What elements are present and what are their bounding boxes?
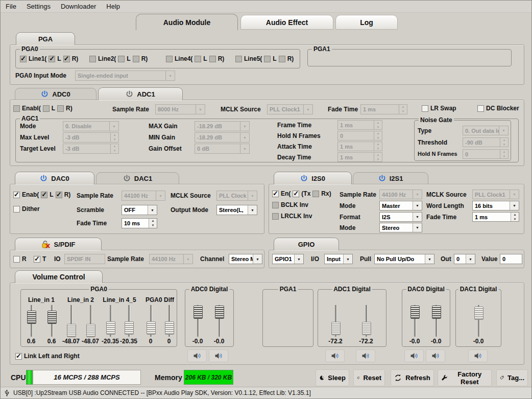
gpio-out-select[interactable]: 0▼ [454, 254, 475, 264]
i2s-tx-checkbox[interactable] [293, 191, 299, 197]
dac-enable-checkbox[interactable] [13, 192, 20, 198]
adc-left-checkbox[interactable] [43, 105, 50, 112]
volume-slider[interactable] [362, 305, 370, 337]
volume-slider[interactable] [215, 305, 223, 337]
output-mode-select[interactable]: Stereo(L,▼ [216, 205, 257, 215]
noise-gate-hold-spinner[interactable]: 0▲▼ [463, 149, 509, 159]
reset-button[interactable]: Reset [353, 369, 385, 386]
agc-max-level-spinner[interactable]: -3 dB▲▼ [63, 132, 119, 143]
mute-button[interactable] [325, 349, 345, 362]
slider-knob[interactable] [147, 321, 156, 335]
line1-right-checkbox[interactable] [63, 56, 70, 62]
slider-knob[interactable] [106, 321, 115, 335]
gpio-pin-select[interactable]: GPIO1▼ [272, 254, 304, 264]
word-length-select[interactable]: 16 bits▼ [472, 201, 519, 210]
spdif-tx-checkbox[interactable] [34, 256, 40, 263]
noise-gate-threshold-spinner[interactable]: -90 dB▲▼ [463, 137, 509, 147]
slider-knob[interactable] [194, 306, 203, 319]
refresh-button[interactable]: Refresh [391, 369, 434, 386]
agc-hold-n-frames-spinner[interactable]: 0▲▼ [337, 131, 382, 140]
i2s-fade-time-spinner[interactable]: 1 ms▲▼ [472, 212, 519, 222]
line2-left-checkbox[interactable] [118, 56, 125, 62]
gpio-io-select[interactable]: Input▼ [324, 254, 353, 264]
agc-decay-time-spinner[interactable]: 1 ms▲▼ [337, 152, 382, 162]
gpio-value-field[interactable]: 0 [500, 254, 522, 264]
gpio-pull-select[interactable]: No Pull Up/Do▼ [374, 254, 434, 264]
line4-left-checkbox[interactable] [195, 56, 201, 62]
agc-gain-offset-select[interactable]: 0 dB▼ [195, 144, 250, 154]
spdif-rx-checkbox[interactable] [13, 256, 20, 263]
dac-fade-time-spinner[interactable]: 10 ms▲▼ [122, 218, 157, 228]
volume-slider[interactable] [106, 305, 114, 337]
adc-mclk-source-select[interactable]: PLL Clock1▼ [267, 104, 313, 114]
volume-slider[interactable] [331, 305, 340, 337]
slider-knob[interactable] [67, 324, 76, 337]
line2-right-checkbox[interactable] [133, 56, 139, 62]
volume-slider[interactable] [194, 305, 202, 337]
slider-knob[interactable] [362, 322, 371, 335]
dac-mclk-source-select[interactable]: PLL Clock▼ [216, 191, 257, 201]
tab-log[interactable]: Log [335, 15, 398, 30]
dac-left-checkbox[interactable] [41, 192, 47, 198]
tab-audio-module[interactable]: Audio Module [136, 14, 238, 30]
spdif-io-field[interactable]: SPDIF IN [64, 254, 105, 264]
dac-sample-rate-select[interactable]: 44100 Hz▼ [122, 191, 165, 201]
dac-right-checkbox[interactable] [56, 192, 62, 198]
line2-enable-checkbox[interactable] [89, 56, 96, 62]
tab-adc1[interactable]: ADC1 [98, 87, 183, 100]
volume-slider[interactable] [86, 305, 94, 337]
lrclk-inv-checkbox[interactable] [272, 213, 279, 220]
spdif-channel-select[interactable]: Stereo Mod▼ [229, 254, 262, 264]
volume-slider[interactable] [47, 305, 56, 337]
mute-button[interactable] [404, 349, 424, 362]
tab-audio-effect[interactable]: Audio Effect [240, 15, 333, 30]
tab-i2s0[interactable]: I2S0 [274, 172, 352, 184]
agc-mode-select[interactable]: 0. Disable▼ [63, 121, 119, 131]
pga0-input-mode-select[interactable]: Single-ended input▼ [75, 71, 175, 81]
slider-knob[interactable] [410, 306, 420, 319]
slider-knob[interactable] [474, 307, 483, 320]
agc-attack-time-spinner[interactable]: 1 ms▲▼ [337, 142, 382, 151]
volume-slider[interactable] [410, 305, 419, 337]
volume-slider[interactable] [165, 305, 173, 337]
line5-left-checkbox[interactable] [264, 56, 271, 62]
line5-right-checkbox[interactable] [279, 56, 285, 62]
menu-downloader[interactable]: Downloader [61, 3, 96, 10]
dither-checkbox[interactable] [13, 206, 20, 213]
mute-button[interactable] [209, 349, 228, 362]
volume-slider[interactable] [474, 305, 482, 337]
i2s-mode-select[interactable]: Master▼ [379, 201, 422, 210]
i2s-enable-checkbox[interactable] [272, 191, 279, 197]
menu-settings[interactable]: Settings [27, 3, 51, 10]
factory-reset-button[interactable]: Factory Reset [438, 369, 492, 386]
mute-button[interactable] [187, 349, 207, 362]
line5-enable-checkbox[interactable] [235, 56, 242, 62]
slider-knob[interactable] [27, 311, 36, 324]
bclk-inv-checkbox[interactable] [272, 202, 279, 208]
dc-blocker-checkbox[interactable] [477, 105, 484, 112]
slider-knob[interactable] [432, 306, 441, 319]
volume-slider[interactable] [147, 305, 155, 337]
noise-gate-type-select[interactable]: 0. Out data le▼ [463, 126, 509, 135]
menu-file[interactable]: File [6, 3, 16, 10]
i2s-sample-rate-select[interactable]: 44100 Hz▼ [379, 190, 422, 199]
volume-slider[interactable] [432, 305, 440, 337]
agc-max-gain-select[interactable]: -18.29 dB▼ [195, 121, 250, 131]
slider-knob[interactable] [331, 322, 341, 335]
slider-knob[interactable] [215, 306, 224, 319]
tab-adc0[interactable]: ADC0 [15, 88, 96, 100]
volume-slider[interactable] [125, 305, 133, 337]
mute-button[interactable] [426, 349, 445, 362]
line4-right-checkbox[interactable] [209, 56, 216, 62]
adc-fade-time-spinner[interactable]: 1 ms▲▼ [360, 104, 407, 114]
i2s-rx-checkbox[interactable] [312, 191, 319, 197]
sleep-button[interactable]: Sleep [316, 369, 349, 386]
agc-target-level-spinner[interactable]: -3 dB▲▼ [63, 144, 119, 154]
i2s-format-select[interactable]: I2S▼ [379, 212, 422, 222]
tab-dac0[interactable]: DAC0 [15, 172, 94, 184]
slider-knob[interactable] [86, 324, 95, 337]
slider-knob[interactable] [165, 321, 174, 335]
menu-help[interactable]: Help [106, 3, 120, 10]
mute-button[interactable] [356, 349, 375, 362]
tab-i2s1[interactable]: I2S1 [353, 172, 428, 184]
